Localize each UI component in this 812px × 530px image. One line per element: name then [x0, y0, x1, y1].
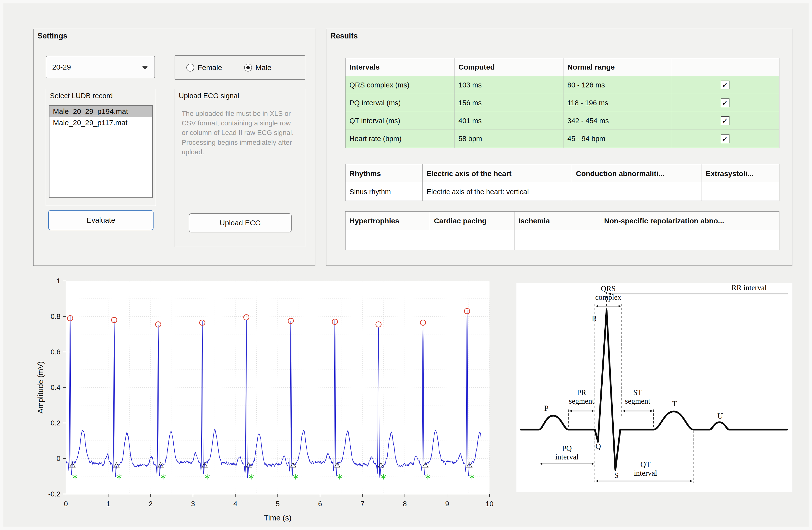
pr-segment-label: PRsegment [564, 388, 599, 405]
svg-text:1: 1 [106, 500, 110, 508]
x-axis-label: Time (s) [264, 514, 292, 522]
female-radio-label: Female [198, 63, 222, 72]
interval-normal: 118 - 196 ms [564, 94, 671, 112]
ecg-plot: 012345678910-0.200.20.40.60.81Time (s)Am… [33, 277, 498, 525]
interval-normal: 80 - 126 ms [564, 76, 671, 94]
s-wave-label: S [611, 471, 622, 480]
axis-value: Electric axis of the heart: vertical [423, 183, 572, 201]
hypertrophies-table: Hypertrophies Cardiac pacing Ischemia No… [345, 211, 780, 250]
ischemia-header: Ischemia [514, 212, 600, 230]
svg-text:7: 7 [361, 500, 364, 508]
interval-name: QT interval (ms) [346, 112, 454, 130]
upload-help-text: The uploaded file must be in XLS or CSV … [175, 102, 305, 157]
computed-header: Computed [454, 58, 564, 76]
pq-interval-label: PQinterval [550, 444, 584, 461]
pacing-header: Cardiac pacing [430, 212, 514, 230]
svg-text:3: 3 [191, 500, 195, 508]
results-panel-title: Results [327, 29, 792, 43]
age-range-dropdown[interactable]: 20-29 [46, 56, 155, 78]
q-wave-label: Q [593, 442, 604, 451]
qrs-complex-label: QRScomplex [586, 285, 630, 301]
interval-computed: 103 ms [454, 76, 564, 94]
ecg-schematic-diagram: QRScomplex RR interval R P Q S T U PRseg… [517, 283, 793, 492]
pacing-value [430, 230, 514, 250]
check-cell: ✓ [671, 76, 779, 94]
svg-text:0.6: 0.6 [51, 348, 60, 356]
svg-text:0: 0 [57, 455, 60, 462]
gender-radio-group: Female Male [175, 55, 305, 80]
intervals-table: Intervals Computed Normal range QRS comp… [345, 58, 780, 148]
extrasystole-value [702, 183, 779, 201]
interval-normal: 45 - 94 bpm [564, 130, 671, 148]
svg-text:2: 2 [149, 500, 153, 508]
rhythms-header: Rhythms [346, 164, 423, 183]
interval-name: QRS complex (ms) [346, 76, 454, 94]
svg-text:0.8: 0.8 [51, 313, 60, 320]
table-row: QT interval (ms) 401 ms 342 - 454 ms ✓ [346, 112, 779, 130]
svg-text:1: 1 [57, 277, 60, 285]
hypertrophies-value [346, 230, 430, 250]
repolarization-header: Non-specific repolarization abno... [600, 212, 779, 230]
female-radio[interactable]: Female [186, 63, 222, 72]
record-select-panel-title: Select LUDB record [46, 89, 156, 102]
svg-text:8: 8 [403, 500, 407, 508]
ischemia-value [514, 230, 600, 250]
svg-text:0.4: 0.4 [51, 384, 60, 391]
age-range-value: 20-29 [52, 63, 71, 71]
upload-ecg-button[interactable]: Upload ECG [189, 213, 292, 232]
checkbox-checked[interactable]: ✓ [721, 98, 729, 107]
rr-interval-label: RR interval [712, 284, 786, 292]
interval-computed: 156 ms [454, 94, 564, 112]
checkbox-checked[interactable]: ✓ [721, 134, 729, 143]
check-cell: ✓ [671, 94, 779, 112]
intervals-header-row: Intervals Computed Normal range [346, 58, 779, 76]
qt-interval-label: QTinterval [627, 460, 664, 477]
conduction-value [572, 183, 702, 201]
check-header [671, 58, 779, 76]
evaluate-button[interactable]: Evaluate [48, 210, 154, 230]
interval-computed: 401 ms [454, 112, 564, 130]
table-row: Heart rate (bpm) 58 bpm 45 - 94 bpm ✓ [346, 130, 779, 148]
svg-text:6: 6 [318, 500, 322, 508]
radio-circle-icon [186, 64, 194, 72]
list-item[interactable]: Male_20_29_p194.mat [49, 106, 152, 117]
interval-computed: 58 bpm [454, 130, 564, 148]
svg-text:9: 9 [445, 500, 449, 508]
rhythms-table: Rhythms Electric axis of the heart Condu… [345, 164, 780, 201]
upload-panel: Upload ECG signal The uploaded file must… [175, 89, 305, 247]
st-segment-label: STsegment [621, 388, 655, 405]
checkbox-checked[interactable]: ✓ [721, 116, 729, 125]
intervals-header: Intervals [346, 58, 454, 76]
conduction-header: Conduction abnormaliti... [572, 164, 702, 183]
svg-text:0: 0 [64, 500, 68, 508]
record-select-panel: Select LUDB record Male_20_29_p194.mat M… [46, 89, 156, 206]
upload-panel-title: Upload ECG signal [175, 89, 305, 102]
list-item[interactable]: Male_20_29_p117.mat [49, 117, 152, 128]
normal-range-header: Normal range [564, 58, 671, 76]
r-wave-label: R [589, 314, 600, 323]
table-row: Sinus rhythm Electric axis of the heart:… [346, 183, 779, 201]
record-listbox[interactable]: Male_20_29_p194.mat Male_20_29_p117.mat [49, 105, 153, 198]
extrasystole-header: Extrasystoli... [702, 164, 779, 183]
radio-circle-icon [244, 64, 252, 72]
svg-text:-0.2: -0.2 [48, 490, 60, 498]
ecg-plot-panel: 012345678910-0.200.20.40.60.81Time (s)Am… [33, 277, 498, 525]
repolarization-value [600, 230, 779, 250]
p-wave-label: P [541, 404, 552, 413]
hypertrophies-header: Hypertrophies [346, 212, 430, 230]
chevron-down-icon [142, 66, 148, 70]
interval-normal: 342 - 454 ms [564, 112, 671, 130]
settings-panel: Settings 20-29 Female Male Select LUDB r… [33, 29, 315, 266]
settings-panel-title: Settings [33, 29, 315, 43]
svg-text:5: 5 [276, 500, 280, 508]
check-cell: ✓ [671, 112, 779, 130]
svg-text:0.2: 0.2 [51, 419, 60, 427]
male-radio[interactable]: Male [244, 63, 271, 72]
interval-name: Heart rate (bpm) [346, 130, 454, 148]
svg-text:4: 4 [233, 500, 237, 508]
ecg-analyzer-app: Settings 20-29 Female Male Select LUDB r… [0, 0, 812, 530]
results-panel: Results Intervals Computed Normal range … [326, 29, 793, 266]
table-row [346, 230, 779, 250]
checkbox-checked[interactable]: ✓ [721, 81, 729, 89]
table-row: PQ interval (ms) 156 ms 118 - 196 ms ✓ [346, 94, 779, 112]
